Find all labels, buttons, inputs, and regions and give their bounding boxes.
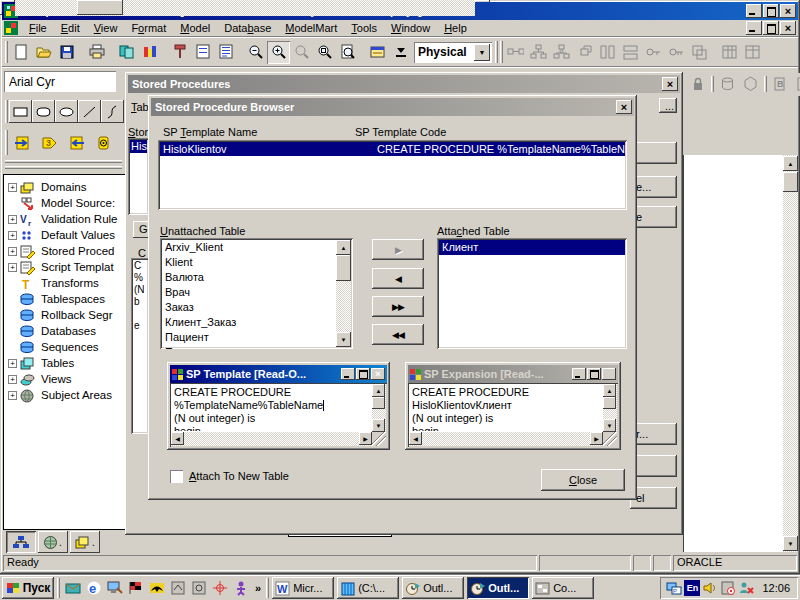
close-button[interactable]: Close [541,469,625,491]
ql-mail-icon[interactable] [63,578,83,598]
minimize-button[interactable] [341,368,355,380]
expand-icon[interactable]: + [8,215,17,224]
unattached-table-item[interactable]: Подразделение [162,345,336,349]
scroll-up-icon[interactable]: ▲ [603,384,616,397]
resize-grip[interactable] [603,432,617,446]
expand-icon[interactable]: + [8,231,17,240]
menu-modelmart[interactable]: ModelMart [278,21,344,35]
menu-window[interactable]: Window [384,21,437,35]
close-button[interactable]: × [371,368,385,380]
attached-table-item[interactable]: Клиент [439,240,625,255]
toolbar-grip[interactable] [5,41,8,63]
fit-page-icon[interactable] [336,41,359,64]
task-c[interactable]: (C:\... [337,577,399,599]
chevron-more-icon[interactable]: » [253,582,263,594]
expand-icon[interactable]: + [8,247,17,256]
unattached-table-item[interactable]: Arxiv_Klient [162,240,336,255]
template-list-fragment[interactable]: Hisl [128,138,149,215]
menu-edit[interactable]: Edit [54,21,87,35]
expand-icon[interactable]: + [8,391,17,400]
tree-item-rollback-segr[interactable]: Rollback Segr [6,307,125,323]
report-drop-icon[interactable] [389,41,412,64]
hscroll-thumb[interactable] [77,0,123,15]
expand-icon[interactable]: + [8,263,17,272]
menu-model[interactable]: Model [173,21,217,35]
vscroll-thumb[interactable] [783,172,798,192]
dialog-button-fragment[interactable]: el [630,487,677,509]
task-outl-active[interactable]: Outl... [467,577,529,599]
tree-item-domains[interactable]: +Domains [6,179,125,195]
toolbar-grip[interactable] [495,41,498,63]
task-outl[interactable]: Outl... [402,577,464,599]
unattached-table-item[interactable]: Клиент_Заказ [162,315,336,330]
ellipse-tool-icon[interactable] [55,100,78,123]
report-browser-icon[interactable] [366,41,389,64]
maximize-button[interactable] [356,368,370,380]
print-icon[interactable] [85,41,108,64]
close-button[interactable]: × [602,368,616,380]
dialog-button-fragment[interactable]: e... [630,176,677,198]
dialog-button-fragment[interactable]: e [630,206,677,228]
toolbar-grip[interactable] [5,130,8,155]
dialog-button-fragment[interactable]: ... [659,98,677,113]
tray-volume-icon[interactable] [702,580,718,596]
unattached-table-item[interactable]: Врач [162,285,336,300]
task-micr[interactable]: WMicr... [272,577,334,599]
rectangle-tool-icon[interactable] [9,100,32,123]
tree-item-subject-areas[interactable]: +Subject Areas [6,387,125,403]
browser-titlebar[interactable]: Stored Procedure Browser × [151,98,634,116]
menu-file[interactable]: File [22,21,54,35]
zoom-disabled-icon[interactable] [290,41,313,64]
docked-toolbar-grips[interactable] [5,160,122,172]
canvas-hscrollbar[interactable]: ◀ ▶ [0,0,490,16]
zoom-out-icon[interactable] [244,41,267,64]
tree-item-model-source[interactable]: Model Source: [6,195,125,211]
display-pole-icon[interactable] [168,41,191,64]
tree-item-stored-proced[interactable]: +Stored Proced [6,243,125,259]
scroll-left-icon[interactable]: ◀ [409,432,422,445]
attach-all-button[interactable]: ▶▶ [372,296,424,317]
scroll-up-icon[interactable]: ▲ [783,156,798,171]
template-row[interactable]: HisloKlientov CREATE PROCEDURE %Template… [160,142,625,156]
dialog-button-fragment[interactable] [630,142,677,164]
ql-figure-icon[interactable] [231,578,251,598]
zoom-percent-icon[interactable] [313,41,336,64]
tree-item-validation-rule[interactable]: +VrValidation Rule [6,211,125,227]
attach-new-table-checkbox[interactable] [170,470,183,483]
open-folder-icon[interactable] [32,41,55,64]
sync-forward-icon[interactable] [9,130,36,155]
menu-format[interactable]: Format [124,21,173,35]
sp-template-text[interactable]: CREATE PROCEDURE%TemplateName%TableName(… [170,383,387,447]
display-mode-combo[interactable]: Physical ▼ [414,42,492,63]
tree-item-script-templat[interactable]: +Script Templat [6,259,125,275]
detach-all-button[interactable]: ◀◀ [372,324,424,345]
scroll-down-icon[interactable]: ▼ [372,419,385,432]
menu-help[interactable]: Help [437,21,474,35]
tab-subject-areas[interactable]: . [38,531,68,553]
tree-item-sequences[interactable]: Sequences [6,339,125,355]
tree-item-tablespaces[interactable]: Tablespaces [6,291,125,307]
sp-expansion-text[interactable]: CREATE PROCEDUREHisloKlientovКлиент(N ou… [408,383,618,447]
minimize-button[interactable] [572,368,586,380]
close-icon[interactable]: × [662,77,678,91]
tree-item-transforms[interactable]: TTransforms [6,275,125,291]
ql-ie-icon[interactable]: e [84,578,104,598]
taskbar-grip[interactable] [266,578,269,598]
sp-expansion-titlebar[interactable]: SP Expansion [Read-... × [408,365,618,383]
save-floppy-icon[interactable] [55,41,78,64]
canvas-vscrollbar[interactable]: ▲ ▼ [783,155,798,552]
minimize-button[interactable] [746,4,762,18]
sync-count-icon[interactable]: 3 [36,130,63,155]
target-db-icon[interactable] [90,130,117,155]
ql-desktop-icon[interactable] [105,578,125,598]
vscroll-thumb[interactable] [603,397,616,409]
maximize-button[interactable] [587,368,601,380]
taskbar-grip[interactable] [57,578,60,598]
curve-tool-icon[interactable] [101,100,124,123]
diagram-canvas[interactable]: ▲ ▼ [683,155,798,552]
detach-one-button[interactable]: ◀ [372,268,424,289]
tree-item-default-values[interactable]: +Default Values [6,227,125,243]
scroll-down-icon[interactable]: ▼ [336,332,351,347]
close-icon[interactable]: × [616,100,632,114]
unattached-list[interactable]: Arxiv_KlientKlientВалютаВрачЗаказКлиент_… [160,238,353,349]
